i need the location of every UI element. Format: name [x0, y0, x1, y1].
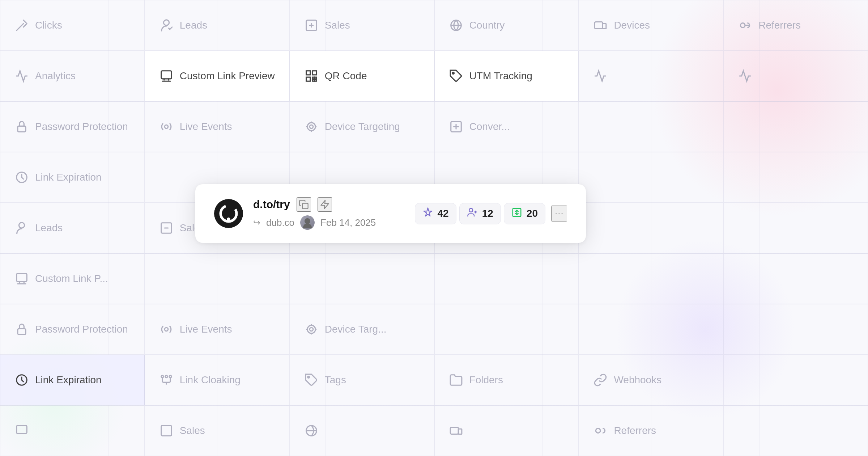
- sales-stat-value: 20: [527, 208, 538, 219]
- tile-r4c5: [579, 152, 723, 203]
- tile-sales[interactable]: Sales: [290, 0, 434, 51]
- device-targeting-2-label: Device Targ...: [325, 324, 387, 335]
- card-meta-row: ↪ dub.co Feb 14, 2025: [253, 215, 376, 230]
- country-icon: [449, 18, 463, 32]
- link-expiration-2-icon: [15, 373, 29, 387]
- svg-point-38: [227, 218, 230, 221]
- extra1-icon: [593, 69, 607, 83]
- tile-extra1[interactable]: [579, 51, 723, 101]
- svg-point-16: [307, 123, 315, 131]
- webhooks-icon: [593, 373, 607, 387]
- leads-stat-value: 12: [482, 208, 493, 219]
- svg-point-46: [561, 213, 563, 214]
- tile-bottom5[interactable]: Referrers: [579, 405, 723, 456]
- tags-icon: [305, 373, 318, 387]
- tile-analytics[interactable]: Analytics: [0, 51, 145, 101]
- analytics-icon: [15, 69, 29, 83]
- copy-button[interactable]: [297, 197, 311, 212]
- bottom3-icon: [305, 424, 318, 438]
- live-events-1-icon: [159, 120, 173, 134]
- tile-link-expiration-1[interactable]: Link Expiration: [0, 152, 145, 203]
- card-stats: 42 12 20: [415, 203, 567, 224]
- tile-r6c5: [579, 253, 723, 304]
- more-dots-icon: [554, 208, 564, 219]
- svg-rect-31: [17, 426, 27, 434]
- tile-bottom2[interactable]: Sales: [145, 405, 290, 456]
- tile-country[interactable]: Country: [434, 0, 579, 51]
- tile-device-targeting-2[interactable]: Device Targ...: [290, 304, 434, 355]
- tile-r6c4: [434, 253, 579, 304]
- tile-password-protection-1[interactable]: Password Protection: [0, 101, 145, 152]
- tile-bottom4[interactable]: [434, 405, 579, 456]
- tile-device-targeting-1[interactable]: Device Targeting: [290, 101, 434, 152]
- leads-2-label: Leads: [35, 222, 63, 234]
- lightning-button[interactable]: [318, 197, 332, 212]
- tile-extra3[interactable]: [579, 101, 723, 152]
- tile-extra4[interactable]: [723, 101, 868, 152]
- tile-leads-2[interactable]: Leads: [0, 203, 145, 253]
- link-expiration-1-label: Link Expiration: [35, 172, 102, 183]
- copy-icon: [299, 199, 309, 210]
- tile-link-cloaking[interactable]: Link Cloaking: [145, 355, 290, 405]
- tile-r7c5: [579, 304, 723, 355]
- devices-icon: [593, 18, 607, 32]
- svg-point-15: [165, 125, 168, 128]
- tile-custom-link-preview[interactable]: Custom Link Preview: [145, 51, 290, 101]
- tile-r6c3: [290, 253, 434, 304]
- conversion-1-label: Conver...: [469, 121, 510, 132]
- tile-webhooks[interactable]: Webhooks: [579, 355, 723, 405]
- avatar-image: [300, 215, 315, 230]
- tile-custom-link-preview-2[interactable]: Custom Link P...: [0, 253, 145, 304]
- clicks-icon: [15, 18, 29, 32]
- sales-stat-icon: [511, 207, 522, 220]
- more-options-button[interactable]: [551, 206, 567, 221]
- leads-label: Leads: [180, 20, 207, 31]
- tile-leads[interactable]: Leads: [145, 0, 290, 51]
- clicks-stat-badge: 42: [415, 203, 456, 224]
- password-protection-1-label: Password Protection: [35, 121, 128, 132]
- bottom4-icon: [449, 424, 463, 438]
- svg-point-27: [161, 375, 163, 377]
- svg-rect-21: [17, 274, 27, 282]
- tile-r6c2: [145, 253, 290, 304]
- device-targeting-2-icon: [305, 322, 318, 336]
- password-protection-2-icon: [15, 322, 29, 336]
- tile-r6c6: [723, 253, 868, 304]
- svg-rect-2: [595, 22, 603, 29]
- svg-rect-6: [306, 71, 310, 75]
- tile-bottom3[interactable]: [290, 405, 434, 456]
- tile-bottom1[interactable]: [0, 405, 145, 456]
- utm-tracking-label: UTM Tracking: [469, 70, 532, 82]
- svg-rect-10: [315, 80, 316, 81]
- svg-point-25: [310, 328, 313, 331]
- tile-link-expiration-2[interactable]: Link Expiration: [0, 355, 145, 405]
- tile-live-events-2[interactable]: Live Events: [145, 304, 290, 355]
- bottom1-icon: [15, 424, 29, 438]
- device-targeting-1-icon: [305, 120, 318, 134]
- tile-devices[interactable]: Devices: [579, 0, 723, 51]
- tile-conversion-1[interactable]: Conver...: [434, 101, 579, 152]
- referrers-icon: [738, 18, 752, 32]
- svg-point-24: [307, 325, 315, 333]
- tile-clicks[interactable]: Clicks: [0, 0, 145, 51]
- tile-live-events-1[interactable]: Live Events: [145, 101, 290, 152]
- tile-referrers[interactable]: Referrers: [723, 0, 868, 51]
- referrers-label: Referrers: [758, 20, 801, 31]
- tile-tags[interactable]: Tags: [290, 355, 434, 405]
- svg-point-36: [596, 428, 601, 433]
- tile-utm-tracking[interactable]: UTM Tracking: [434, 51, 579, 101]
- svg-rect-34: [450, 427, 458, 434]
- dollar-badge-icon: [511, 207, 522, 218]
- tile-extra2[interactable]: [723, 51, 868, 101]
- sales-2-icon: [159, 221, 173, 235]
- conversion-1-icon: [449, 120, 463, 134]
- tile-folders[interactable]: Folders: [434, 355, 579, 405]
- tile-password-protection-2[interactable]: Password Protection: [0, 304, 145, 355]
- country-label: Country: [469, 20, 505, 31]
- svg-point-44: [556, 213, 557, 214]
- tile-r8c6: [723, 355, 868, 405]
- link-card: d.to/try ↪ dub.co: [195, 184, 586, 243]
- tile-qr-code[interactable]: QR Code: [290, 51, 434, 101]
- lightning-icon: [320, 199, 330, 210]
- link-cloaking-label: Link Cloaking: [180, 374, 241, 386]
